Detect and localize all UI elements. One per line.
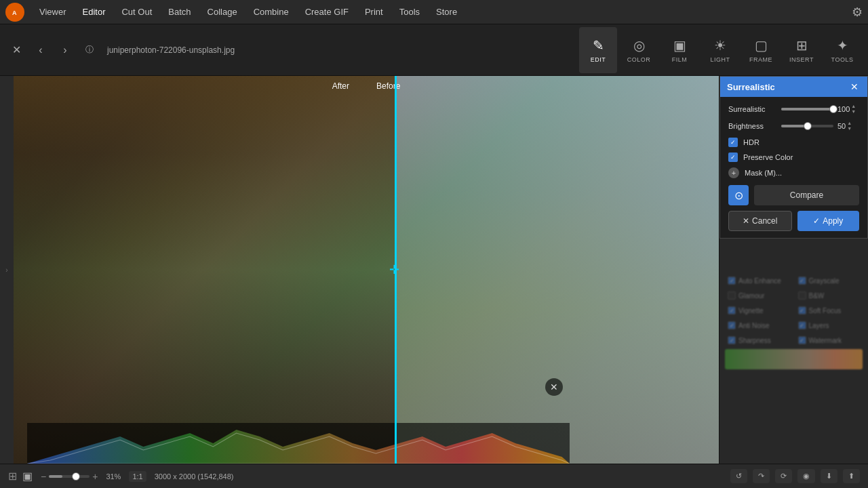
menu-combine[interactable]: Combine: [245, 4, 297, 20]
mask-row: + Mask (M)...: [728, 167, 859, 178]
insert-icon: ⊞: [796, 37, 808, 54]
tool-layers[interactable]: ✓ Layers: [795, 319, 863, 331]
right-panel: Surrealistic ✕ Surrealistic 100 ▲ ▼: [719, 76, 868, 464]
tool-watermark[interactable]: ✓ Watermark: [795, 334, 863, 346]
upload-button[interactable]: ⬆: [843, 469, 860, 483]
bw-label: B&W: [809, 292, 825, 300]
tool-anti-noise[interactable]: ✓ Anti Noise: [725, 319, 793, 331]
top-menu-bar: A Viewer Editor Cut Out Batch Collage Co…: [0, 0, 868, 24]
reset-button[interactable]: ⟳: [775, 469, 792, 483]
brightness-slider[interactable]: [781, 125, 833, 127]
apply-icon: ✓: [813, 216, 820, 226]
preserve-color-checkbox[interactable]: ✓: [728, 152, 738, 162]
menu-print[interactable]: Print: [357, 4, 391, 20]
surrealistic-close-button[interactable]: ✕: [848, 81, 861, 93]
vignette-cb[interactable]: ✓: [728, 306, 736, 314]
brightness-slider-thumb[interactable]: [804, 122, 812, 130]
menu-viewer[interactable]: Viewer: [31, 4, 75, 20]
surrealistic-slider[interactable]: [781, 108, 833, 110]
surrealistic-slider-label: Surrealistic: [728, 105, 777, 113]
surrealistic-slider-row: Surrealistic 100 ▲ ▼: [728, 104, 859, 114]
single-view-icon[interactable]: ▣: [22, 470, 33, 483]
tool-edit[interactable]: ✎ EDIT: [579, 27, 617, 73]
watermark-cb[interactable]: ✓: [798, 336, 806, 344]
preserve-color-checkbox-row: ✓ Preserve Color: [728, 152, 859, 162]
main-area: › After Before ✛ ✕: [0, 76, 868, 464]
zoom-out-button[interactable]: −: [41, 471, 46, 482]
grid-view-icon[interactable]: ⊞: [8, 470, 17, 483]
tool-soft-focus[interactable]: ✓ Soft Focus: [795, 304, 863, 317]
download-icon: ⬇: [826, 472, 832, 481]
menu-editor[interactable]: Editor: [75, 4, 114, 20]
tool-bw[interactable]: B&W: [795, 289, 863, 302]
surrealistic-up[interactable]: ▲: [851, 104, 856, 108]
soft-focus-cb[interactable]: ✓: [798, 306, 806, 314]
compare-label: Compare: [790, 190, 823, 200]
tool-vignette[interactable]: ✓ Vignette: [725, 304, 793, 317]
menu-store[interactable]: Store: [428, 4, 465, 20]
tool-frame[interactable]: ▢ FRAME: [742, 27, 780, 73]
menu-collage[interactable]: Collage: [199, 4, 245, 20]
surrealistic-spinners[interactable]: ▲ ▼: [851, 104, 856, 114]
nav-forward-button[interactable]: ›: [56, 41, 75, 60]
cancel-button[interactable]: ✕ Cancel: [728, 211, 792, 231]
bw-cb[interactable]: [798, 291, 806, 300]
undo-button[interactable]: ↺: [730, 469, 747, 483]
zoom-slider[interactable]: [49, 475, 90, 478]
menu-tools[interactable]: Tools: [391, 4, 428, 20]
after-label: After: [332, 81, 349, 91]
split-cursor[interactable]: ✛: [389, 262, 399, 277]
glamour-cb[interactable]: [728, 291, 736, 300]
apply-button[interactable]: ✓ Apply: [797, 211, 860, 231]
layers-cb[interactable]: ✓: [798, 321, 806, 329]
compare-button[interactable]: Compare: [754, 185, 859, 205]
surrealistic-slider-thumb[interactable]: [829, 105, 837, 113]
ratio-button[interactable]: 1:1: [129, 471, 146, 482]
canvas-right-side: [395, 76, 719, 464]
tool-sharpness[interactable]: ✓ Sharpness: [725, 334, 793, 346]
redo-icon: ↷: [758, 472, 764, 481]
surrealistic-value: 100 ▲ ▼: [837, 104, 859, 114]
compare-toggle-button[interactable]: ⊙: [728, 185, 749, 205]
tool-icons: ✎ EDIT ◎ COLOR ▣ FILM ☀ LIGHT ▢ FRAME ⊞ …: [579, 27, 861, 73]
menu-cutout[interactable]: Cut Out: [113, 4, 160, 20]
info-button[interactable]: ⓘ: [80, 41, 99, 60]
tool-light[interactable]: ☀ LIGHT: [701, 27, 739, 73]
tool-film[interactable]: ▣ FILM: [660, 27, 698, 73]
surrealistic-title: Surrealistic: [727, 82, 775, 92]
tool-tools[interactable]: ✦ TOOLS: [823, 27, 861, 73]
tool-glamour[interactable]: Glamour: [725, 289, 793, 302]
menu-batch[interactable]: Batch: [160, 4, 199, 20]
compare-status-button[interactable]: ◉: [797, 469, 815, 483]
tool-grayscale[interactable]: ✓ Grayscale: [795, 274, 863, 287]
image-close-button[interactable]: ✕: [545, 378, 563, 396]
brightness-spinners[interactable]: ▲ ▼: [847, 121, 852, 131]
anti-noise-cb[interactable]: ✓: [728, 321, 736, 329]
close-file-button[interactable]: ✕: [7, 41, 26, 60]
surrealistic-body: Surrealistic 100 ▲ ▼ Brigh: [720, 97, 867, 238]
brightness-down[interactable]: ▼: [847, 126, 852, 131]
add-mask-button[interactable]: +: [728, 167, 739, 178]
settings-icon[interactable]: ⚙: [852, 5, 863, 20]
brightness-up[interactable]: ▲: [847, 121, 852, 125]
before-label: Before: [376, 81, 400, 91]
download-button[interactable]: ⬇: [821, 469, 837, 483]
surrealistic-slider-fill: [781, 108, 833, 110]
redo-button[interactable]: ↷: [753, 469, 770, 483]
surrealistic-down[interactable]: ▼: [851, 109, 856, 114]
grayscale-cb[interactable]: ✓: [798, 277, 806, 285]
edit-icon: ✎: [593, 37, 604, 54]
canvas-image: [14, 76, 719, 464]
menu-creategif[interactable]: Create GIF: [297, 4, 357, 20]
auto-enhance-cb[interactable]: ✓: [728, 277, 736, 285]
left-panel-toggle[interactable]: ›: [0, 76, 14, 464]
tool-color[interactable]: ◎ COLOR: [620, 27, 658, 73]
tool-insert[interactable]: ⊞ INSERT: [783, 27, 821, 73]
nav-back-button[interactable]: ‹: [31, 41, 50, 60]
hdr-checkbox[interactable]: ✓: [728, 138, 738, 147]
zoom-in-button[interactable]: +: [92, 471, 98, 482]
brightness-value: 50 ▲ ▼: [837, 121, 859, 131]
zoom-thumb[interactable]: [72, 472, 80, 481]
tool-auto-enhance[interactable]: ✓ Auto Enhance: [725, 274, 793, 287]
sharpness-cb[interactable]: ✓: [728, 336, 736, 344]
